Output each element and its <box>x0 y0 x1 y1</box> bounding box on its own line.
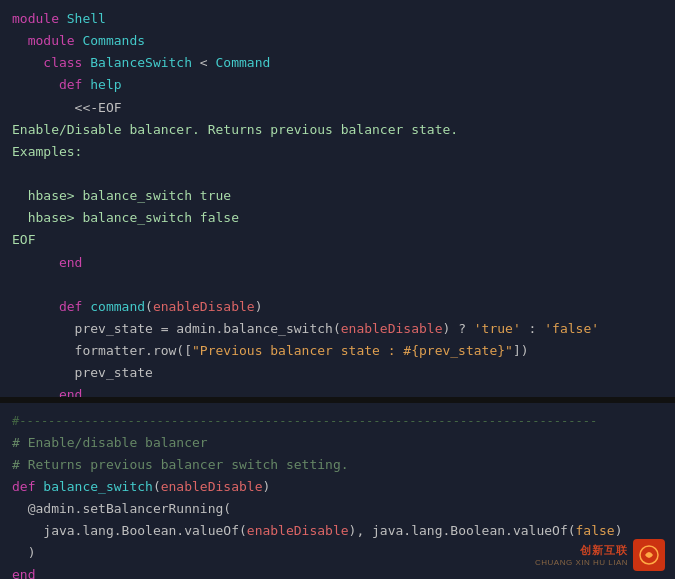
code-line-7: Examples: <box>0 141 675 163</box>
editor-container: module Shell module Commands class Balan… <box>0 0 675 579</box>
code-line-6: Enable/Disable balancer. Returns previou… <box>0 119 675 141</box>
bottom-line-5: @admin.setBalancerRunning( <box>0 498 675 520</box>
bottom-line-4: def balance_switch(enableDisable) <box>0 476 675 498</box>
watermark: 创新互联 CHUANG XIN HU LIAN <box>535 539 665 571</box>
code-line-5: <<-EOF <box>0 97 675 119</box>
code-line-13 <box>0 274 675 296</box>
logo-icon <box>638 544 660 566</box>
code-line-14: def command(enableDisable) <box>0 296 675 318</box>
code-line-3: class BalanceSwitch < Command <box>0 52 675 74</box>
bottom-line-2: # Enable/disable balancer <box>0 432 675 454</box>
top-code-panel: module Shell module Commands class Balan… <box>0 0 675 400</box>
code-line-10: hbase> balance_switch false <box>0 207 675 229</box>
code-line-17: prev_state <box>0 362 675 384</box>
code-line-8 <box>0 163 675 185</box>
code-line-15: prev_state = admin.balance_switch(enable… <box>0 318 675 340</box>
separator-comment: #---------------------------------------… <box>0 411 675 432</box>
watermark-logo <box>633 539 665 571</box>
code-line-18: end <box>0 384 675 400</box>
bottom-code-panel: #---------------------------------------… <box>0 403 675 579</box>
watermark-pinyin: CHUANG XIN HU LIAN <box>535 558 628 567</box>
code-line-2: module Commands <box>0 30 675 52</box>
code-line-1: module Shell <box>0 8 675 30</box>
code-line-12: end <box>0 252 675 274</box>
code-line-11: EOF <box>0 229 675 251</box>
code-line-16: formatter.row(["Previous balancer state … <box>0 340 675 362</box>
watermark-chinese: 创新互联 <box>580 543 628 558</box>
code-line-9: hbase> balance_switch true <box>0 185 675 207</box>
bottom-line-3: # Returns previous balancer switch setti… <box>0 454 675 476</box>
code-line-4: def help <box>0 74 675 96</box>
